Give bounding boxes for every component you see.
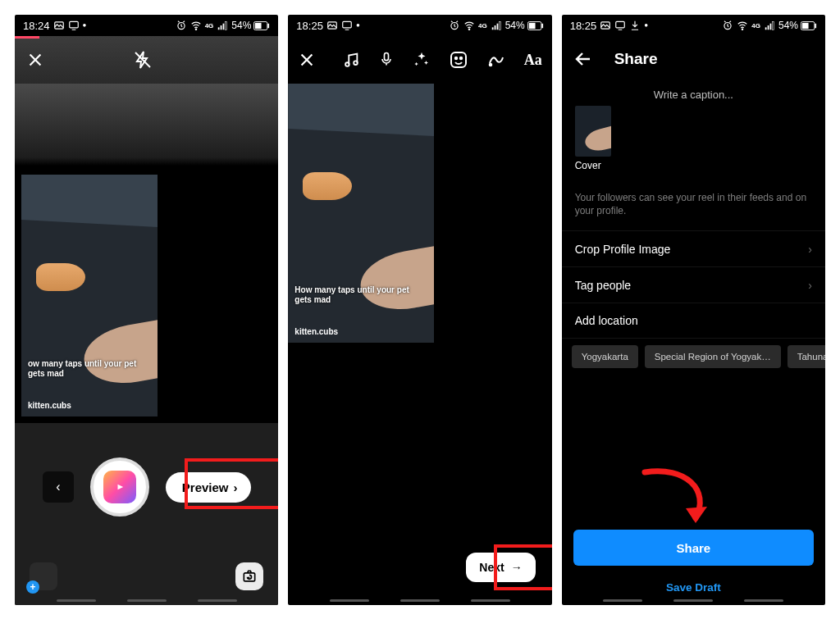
svg-rect-21 — [496, 24, 498, 30]
svg-rect-6 — [223, 24, 225, 30]
shutter-button[interactable] — [90, 457, 149, 517]
svg-point-18 — [468, 29, 469, 30]
svg-rect-5 — [221, 25, 222, 30]
status-time: 18:25 — [296, 20, 323, 32]
nav-gesture-bar — [15, 599, 278, 603]
alarm-icon — [449, 20, 460, 31]
download-icon — [629, 20, 641, 31]
cover-section[interactable]: Cover — [562, 102, 825, 181]
draw-icon[interactable] — [486, 50, 506, 70]
battery-indicator: 54% — [505, 20, 544, 31]
cast-icon — [341, 20, 353, 31]
svg-rect-28 — [384, 53, 388, 61]
sticker-icon[interactable] — [449, 50, 468, 70]
signal-icon — [491, 20, 502, 31]
picture-icon — [53, 20, 65, 31]
wifi-icon — [463, 20, 475, 31]
flash-off-icon[interactable] — [133, 50, 153, 70]
network-4g-icon: 4G — [205, 22, 214, 30]
svg-rect-42 — [802, 22, 809, 28]
svg-rect-20 — [494, 25, 495, 30]
video-preview: How many taps until your pet gets mad ki… — [288, 84, 434, 343]
close-icon[interactable] — [298, 51, 316, 69]
switch-camera-button[interactable] — [235, 562, 263, 590]
video-preview: ow many taps until your pet gets mad kit… — [21, 175, 158, 416]
wifi-icon — [737, 20, 748, 31]
cast-icon — [68, 20, 80, 31]
music-icon[interactable] — [342, 51, 360, 69]
screen-share: 18:25 ● 4G 54% Share Write a — [562, 15, 825, 605]
svg-rect-22 — [499, 21, 500, 30]
svg-rect-29 — [451, 52, 466, 67]
svg-point-30 — [454, 57, 456, 59]
svg-point-32 — [489, 64, 491, 66]
location-chip[interactable]: Yogyakarta — [572, 345, 638, 368]
screen-reels-record: 18:24 ● 4G 54% 1× — [15, 15, 278, 605]
screenshot-triptych: 18:24 ● 4G 54% 1× — [15, 15, 825, 605]
svg-rect-34 — [616, 21, 625, 28]
setting-crop-profile[interactable]: Crop Profile Image › — [562, 230, 825, 266]
video-credit: kitten.cubs — [28, 401, 71, 410]
status-bar: 18:25 ● 4G 54% — [562, 15, 825, 36]
clip-thumb-button[interactable]: ‹ — [43, 471, 74, 503]
edit-top-bar: Aa — [288, 36, 551, 84]
effects-icon[interactable] — [413, 51, 431, 69]
svg-rect-10 — [268, 23, 270, 27]
record-progress-bar — [15, 36, 39, 39]
back-icon[interactable] — [573, 49, 593, 69]
nav-gesture-bar — [288, 599, 551, 603]
video-overlay-text: ow many taps until your pet gets mad — [28, 359, 141, 379]
svg-rect-7 — [226, 21, 227, 30]
voiceover-icon[interactable] — [378, 51, 395, 69]
page-title: Share — [614, 50, 658, 68]
share-header: Share — [562, 36, 825, 82]
svg-point-31 — [459, 57, 461, 59]
svg-rect-38 — [768, 25, 769, 30]
more-dot-icon: ● — [356, 22, 360, 29]
location-chip[interactable]: Special Region of Yogyak… — [645, 345, 781, 368]
svg-rect-14 — [244, 573, 255, 581]
chevron-right-icon: › — [808, 243, 812, 256]
gallery-add-icon: + — [26, 580, 39, 594]
status-bar: 18:24 ● 4G 54% — [15, 15, 278, 36]
text-icon[interactable]: Aa — [524, 52, 542, 69]
save-draft-button[interactable]: Save Draft — [562, 581, 825, 594]
status-bar: 18:25 ● 4G 54% — [288, 15, 551, 36]
status-time: 18:24 — [23, 20, 50, 32]
svg-point-27 — [354, 61, 358, 65]
svg-rect-40 — [772, 21, 774, 30]
svg-point-36 — [742, 29, 743, 30]
picture-icon — [600, 20, 611, 31]
svg-rect-4 — [218, 27, 220, 30]
annotation-highlight-box — [185, 458, 278, 509]
caption-input[interactable]: Write a caption... — [562, 82, 825, 102]
cast-icon — [614, 20, 626, 31]
svg-rect-9 — [255, 22, 262, 28]
svg-rect-1 — [69, 21, 78, 28]
location-chip[interactable]: Tahunan, Umbu — [788, 345, 825, 368]
location-chip-row: Yogyakarta Special Region of Yogyak… Tah… — [562, 339, 825, 368]
network-4g-icon: 4G — [751, 22, 760, 30]
network-4g-icon: 4G — [478, 22, 487, 30]
more-dot-icon: ● — [644, 22, 648, 29]
status-time: 18:25 — [570, 20, 597, 32]
svg-rect-43 — [815, 23, 816, 27]
video-overlay-text: How many taps until your pet gets mad — [294, 285, 418, 305]
more-dot-icon: ● — [83, 22, 87, 29]
setting-add-location[interactable]: Add location — [562, 303, 825, 339]
signal-icon — [217, 20, 228, 31]
camera-top-bar — [15, 36, 278, 84]
share-button[interactable]: Share — [573, 530, 814, 566]
close-icon[interactable] — [26, 51, 44, 69]
battery-indicator: 54% — [778, 20, 817, 31]
battery-indicator: 54% — [231, 20, 270, 31]
alarm-icon — [176, 20, 187, 31]
picture-icon — [326, 20, 338, 31]
svg-point-26 — [345, 62, 349, 66]
svg-rect-24 — [528, 22, 535, 28]
svg-point-3 — [195, 29, 196, 30]
setting-tag-people[interactable]: Tag people › — [562, 266, 825, 303]
nav-gesture-bar — [562, 599, 825, 603]
video-credit: kitten.cubs — [294, 327, 338, 336]
annotation-highlight-box — [494, 544, 551, 590]
